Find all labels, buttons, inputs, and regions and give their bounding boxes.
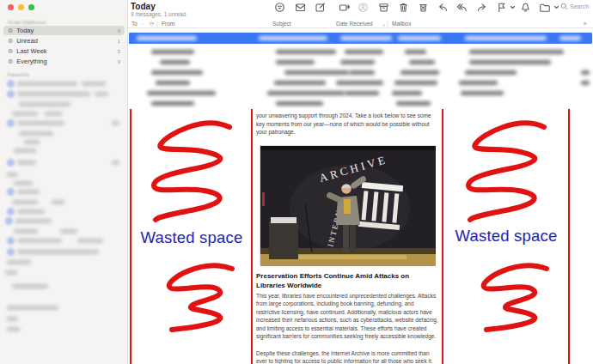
smart-mailboxes-section-label: Smart Mailboxes bbox=[8, 20, 46, 25]
flag-caret-icon[interactable] bbox=[507, 1, 513, 13]
smart-mailbox-icon: ⚙ bbox=[8, 27, 13, 33]
smart-mailbox-icon: ⚙ bbox=[8, 58, 13, 64]
zoom-button[interactable] bbox=[28, 4, 34, 10]
email-photo: ARCHIVE INTERNET bbox=[260, 145, 435, 265]
smart-mailbox-icon: ⚙ bbox=[8, 48, 13, 54]
email-heading: Preservation Efforts Continue Amid Attac… bbox=[256, 271, 438, 290]
red-scribble bbox=[144, 117, 245, 228]
favorites-section-label: Favorites bbox=[8, 72, 29, 77]
red-scribble bbox=[150, 256, 241, 340]
column-to[interactable]: To bbox=[131, 21, 138, 27]
reply-all-icon[interactable] bbox=[456, 1, 468, 13]
wasted-space-label: Wasted space bbox=[131, 228, 252, 247]
message-preview-pane: Wasted space Wasted space your unwaverin… bbox=[128, 108, 593, 364]
unread-count: 1 bbox=[118, 39, 120, 44]
email-body: your unwavering support through 2024. Ta… bbox=[254, 110, 440, 364]
filter-icon[interactable] bbox=[274, 1, 286, 13]
delete-icon[interactable] bbox=[398, 1, 410, 13]
list-column-headers: To ◦ ⟳ | From Subject Date Received ⌄ | … bbox=[128, 19, 593, 28]
message-row[interactable] bbox=[129, 67, 592, 77]
window-controls bbox=[8, 4, 34, 10]
column-mailbox[interactable]: Mailbox bbox=[392, 21, 411, 27]
unread-count: 5 bbox=[118, 49, 120, 54]
column-date-received[interactable]: Date Received bbox=[336, 21, 373, 27]
unread-count: 9 bbox=[118, 59, 120, 64]
flag-icon[interactable] bbox=[496, 1, 508, 13]
sidebar-item-unread[interactable]: ⚙ Unread 1 bbox=[3, 36, 125, 46]
move-to-folder-icon[interactable] bbox=[539, 1, 551, 13]
wasted-space-annotation-left: Wasted space bbox=[131, 108, 252, 364]
email-intro-paragraph: your unwavering support through 2024. Ta… bbox=[256, 112, 438, 136]
mailbox-title: Today bbox=[131, 2, 156, 11]
wasted-space-label: Wasted space bbox=[444, 227, 568, 246]
annotation-line-right-outer bbox=[568, 109, 570, 364]
get-mail-icon[interactable] bbox=[295, 1, 307, 13]
reply-icon[interactable] bbox=[437, 1, 449, 13]
red-scribble bbox=[465, 256, 556, 340]
search-icon bbox=[560, 3, 568, 10]
red-scribble bbox=[458, 117, 559, 228]
sidebar-item-last-week[interactable]: ⚙ Last Week 5 bbox=[3, 46, 125, 56]
column-options-icon[interactable]: ≡ bbox=[584, 21, 587, 27]
message-row[interactable] bbox=[129, 98, 592, 108]
sidebar: Smart Mailboxes ⚙ Today 9 ⚙ Unread 1 ⚙ L… bbox=[0, 0, 128, 364]
sidebar-item-everything[interactable]: ⚙ Everything 9 bbox=[3, 57, 125, 66]
message-count-summary: 9 messages, 1 unread bbox=[131, 11, 186, 17]
folder-caret-icon[interactable] bbox=[551, 1, 557, 13]
column-subject[interactable]: Subject bbox=[272, 21, 291, 27]
search-input[interactable]: Search bbox=[560, 3, 589, 10]
close-button[interactable] bbox=[8, 4, 14, 10]
smart-mailbox-icon: ⚙ bbox=[8, 38, 13, 44]
wasted-space-annotation-right: Wasted space bbox=[444, 108, 568, 364]
message-row[interactable] bbox=[129, 46, 592, 57]
message-row[interactable] bbox=[129, 57, 592, 67]
unread-count: 9 bbox=[118, 28, 120, 33]
message-row[interactable] bbox=[129, 77, 592, 88]
email-paragraph-2: Despite these challenges, the Internet A… bbox=[256, 349, 438, 364]
mute-bell-icon[interactable] bbox=[520, 1, 532, 13]
selected-message-row[interactable] bbox=[129, 33, 592, 44]
forward-icon[interactable] bbox=[476, 1, 488, 13]
flag-column-icon[interactable]: ◦ bbox=[142, 21, 144, 27]
junk-icon[interactable] bbox=[418, 1, 430, 13]
main-pane: Today 9 messages, 1 unread Search To ◦ ⟳… bbox=[128, 0, 593, 364]
minimize-button[interactable] bbox=[18, 4, 24, 10]
status-column-icon[interactable]: ⟳ bbox=[150, 21, 154, 27]
compose-icon[interactable] bbox=[315, 1, 327, 13]
column-from[interactable]: From bbox=[162, 21, 174, 27]
message-row[interactable] bbox=[129, 88, 592, 98]
redirect-icon[interactable] bbox=[339, 1, 351, 13]
email-paragraph-1: This year, libraries have encountered un… bbox=[256, 292, 438, 341]
mail-window: Smart Mailboxes ⚙ Today 9 ⚙ Unread 1 ⚙ L… bbox=[0, 0, 593, 364]
archive-icon[interactable] bbox=[378, 1, 390, 13]
sort-caret-icon[interactable]: ⌄ bbox=[382, 21, 386, 27]
sidebar-item-today[interactable]: ⚙ Today 9 bbox=[3, 26, 125, 35]
annotation-line-right-inner bbox=[442, 109, 443, 364]
search-placeholder: Search bbox=[570, 3, 589, 9]
contact-icon bbox=[358, 1, 370, 13]
